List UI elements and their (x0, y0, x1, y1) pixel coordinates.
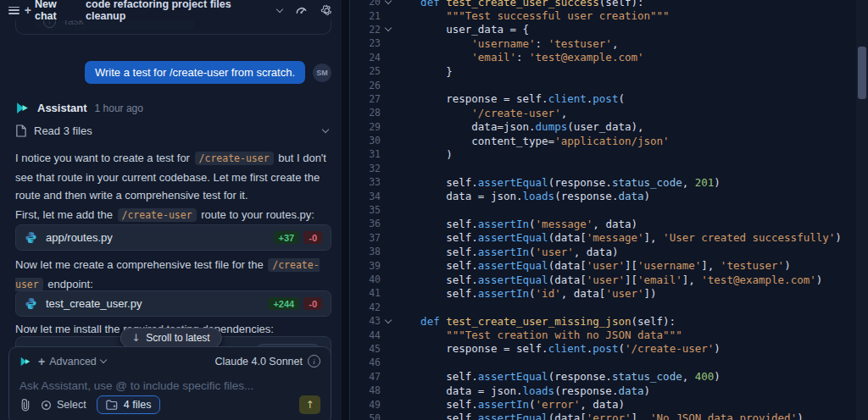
code-line[interactable]: 43 def test_create_user_missing_json(sel… (350, 314, 857, 328)
arrow-down-icon: ↓ (131, 333, 140, 343)
fold-chevron-icon[interactable] (381, 1, 395, 3)
line-number: 43 (350, 315, 381, 327)
select-button[interactable]: Select (41, 399, 86, 411)
settings-gear-icon[interactable] (320, 3, 333, 17)
code-line[interactable]: 39 self.assertEqual(data['user']['userna… (350, 258, 857, 272)
code-line[interactable]: 49 self.assertIn('error', data) (350, 397, 857, 411)
code-text: self.assertEqual(data['error'], 'No JSON… (395, 412, 804, 420)
line-number: 28 (350, 107, 381, 119)
code-line[interactable]: 37 self.assertEqual(data['message'], 'Us… (350, 231, 857, 245)
line-number: 22 (350, 24, 381, 36)
attach-icon[interactable] (19, 398, 31, 412)
code-line[interactable]: 23 'username': 'testuser', (350, 36, 857, 50)
code-line[interactable]: 26 (350, 78, 857, 91)
avatar[interactable]: SM (313, 64, 331, 82)
code-line[interactable]: 24 'email': 'test@example.com' (350, 51, 857, 64)
line-number: 38 (350, 246, 381, 257)
code-text: self.assertIn('message', data) (395, 218, 637, 230)
line-number: 21 (350, 10, 381, 22)
line-number: 42 (350, 301, 381, 313)
inline-code: /create-user (118, 208, 197, 222)
code-text: self.assertEqual(response.status_code, 2… (395, 176, 721, 189)
code-line[interactable]: 31 ) (350, 147, 857, 161)
line-number: 50 (350, 412, 381, 420)
code-text: ) (395, 148, 453, 161)
code-editor[interactable]: 20 def test_create_user_success(self):21… (349, 0, 868, 420)
editor-scrollbar[interactable] (856, 0, 868, 420)
assistant-logo-icon (15, 101, 30, 115)
advanced-dropdown[interactable]: + Advanced (38, 356, 106, 368)
code-line[interactable]: 42 (350, 301, 857, 314)
plus-icon: + (25, 4, 31, 16)
line-number: 25 (350, 65, 381, 77)
code-line[interactable]: 21 """Test successful user creation""" (350, 8, 857, 22)
file-name: test_create_user.py (46, 297, 142, 310)
code-line[interactable]: 44 """Test creation with no JSON data""" (350, 328, 857, 341)
file-card-test[interactable]: test_create_user.py +244 -0 (15, 290, 331, 317)
code-line[interactable]: 35 (350, 203, 857, 217)
code-line[interactable]: 22 user_data = { (350, 23, 857, 36)
code-line[interactable]: 47 self.assertEqual(response.status_code… (350, 370, 857, 384)
scrollbar-thumb[interactable] (858, 47, 866, 99)
assistant-paragraph: First, let me add the /create-user route… (15, 206, 329, 225)
code-text: } (395, 65, 453, 78)
line-number: 30 (350, 135, 381, 146)
menu-icon[interactable] (8, 7, 19, 14)
line-number: 37 (350, 232, 381, 244)
line-number: 34 (350, 191, 381, 202)
code-line[interactable]: 34 data = json.loads(response.data) (350, 189, 857, 202)
code-line[interactable]: 48 data = json.loads(response.data) (350, 384, 857, 397)
line-number: 40 (350, 274, 381, 285)
chevron-down-icon (322, 126, 329, 133)
code-line[interactable]: 50 self.assertEqual(data['error'], 'No J… (350, 412, 857, 420)
code-text: data=json.dumps(user_data), (395, 120, 644, 133)
lines-added-badge: +244 (268, 297, 299, 310)
line-number: 23 (350, 37, 381, 49)
chat-title-dropdown[interactable]: code refactoring project files cleanup (86, 0, 282, 22)
send-button[interactable]: ↑ (299, 395, 320, 414)
code-text: data = json.loads(response.data) (395, 190, 650, 202)
file-card-routes[interactable]: app/routes.py +37 -0 (15, 224, 331, 251)
line-number: 49 (350, 399, 381, 411)
code-line[interactable]: 41 self.assertIn('id', data['user']) (350, 286, 857, 300)
code-text: 'username': 'testuser', (395, 37, 618, 50)
line-number: 45 (350, 343, 381, 355)
code-line[interactable]: 27 response = self.client.post( (350, 92, 857, 106)
read-files-toggle[interactable]: Read 3 files (15, 124, 328, 137)
model-selector[interactable]: Claude 4.0 Sonnet i (214, 355, 320, 368)
code-line[interactable]: 25 } (350, 64, 857, 78)
composer-toolbar: Select 4 files ↑ (19, 395, 320, 414)
code-line[interactable]: 36 self.assertIn('message', data) (350, 217, 857, 230)
usage-gauge-icon[interactable] (294, 3, 308, 17)
code-line[interactable]: 38 self.assertIn('user', data) (350, 245, 857, 258)
code-line[interactable]: 32 (350, 162, 857, 175)
code-text: self.assertIn('id', data['user']) (395, 287, 657, 300)
line-number: 48 (350, 384, 381, 396)
code-text: def test_create_user_missing_json(self): (395, 315, 676, 328)
code-text: response = self.client.post( (395, 92, 625, 105)
assistant-header: Assistant 1 hour ago (15, 101, 143, 115)
panel-divider[interactable] (342, 0, 349, 420)
model-name: Claude 4.0 Sonnet (214, 356, 303, 368)
line-number: 29 (350, 121, 381, 133)
user-message-bubble[interactable]: Write a test for /create-user from scrat… (85, 61, 305, 84)
file-name: app/routes.py (46, 231, 113, 244)
code-text: def test_create_user_success(self): (395, 0, 644, 8)
code-line[interactable]: 45 response = self.client.post('/create-… (350, 342, 857, 356)
files-button[interactable]: 4 files (97, 395, 161, 414)
fold-chevron-icon[interactable] (381, 28, 395, 30)
fold-chevron-icon[interactable] (381, 320, 395, 323)
message-input[interactable]: Ask Assistant, use @ to include specific… (19, 379, 320, 392)
code-line[interactable]: 28 '/create-user', (350, 106, 857, 119)
code-line[interactable]: 30 content_type='application/json' (350, 134, 857, 147)
lines-removed-badge: -0 (303, 231, 322, 244)
new-chat-button[interactable]: + New chat (25, 0, 81, 22)
code-line[interactable]: 40 self.assertEqual(data['user']['email'… (350, 273, 857, 286)
code-line[interactable]: 20 def test_create_user_success(self): (350, 0, 857, 8)
code-line[interactable]: 29 data=json.dumps(user_data), (350, 120, 857, 134)
code-line[interactable]: 46 (350, 356, 857, 369)
scroll-to-latest-button[interactable]: ↓ Scroll to latest (120, 328, 221, 348)
file-icon (15, 124, 26, 137)
code-line[interactable]: 33 self.assertEqual(response.status_code… (350, 175, 857, 189)
arrow-up-icon: ↑ (305, 400, 314, 410)
